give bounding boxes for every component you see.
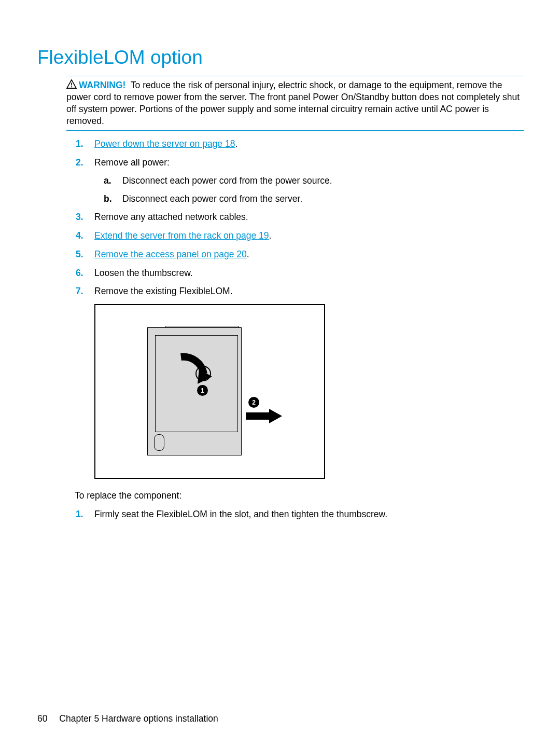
step-2-text: Remove all power:	[94, 157, 170, 168]
figure-card-outer	[147, 327, 242, 455]
figure-screw-circle	[195, 366, 211, 381]
warning-callout: WARNING! To reduce the risk of personal …	[66, 76, 524, 131]
replace-step-1-text: Firmly seat the FlexibleLOM in the slot,…	[94, 509, 387, 519]
substep-2b-text: Disconnect each power cord from the serv…	[122, 194, 302, 204]
step-3-text: Remove any attached network cables.	[94, 212, 248, 222]
warning-label: WARNING!	[79, 80, 125, 90]
step-6: Loosen the thumbscrew.	[66, 267, 524, 279]
step-7-text: Remove the existing FlexibleLOM.	[94, 286, 233, 296]
section-heading: FlexibleLOM option	[37, 47, 524, 68]
figure-thumbscrew	[154, 434, 164, 451]
step-1: Power down the server on page 18.	[66, 138, 524, 150]
figure-slide-arrow-icon	[246, 409, 282, 423]
procedure-steps: Power down the server on page 18. Remove…	[66, 138, 524, 297]
link-extend-server[interactable]: Extend the server from the rack on page …	[94, 230, 269, 241]
step-2: Remove all power: a. Disconnect each pow…	[66, 157, 524, 204]
chapter-title: Chapter 5 Hardware options installation	[59, 713, 218, 724]
substep-marker-a: a.	[104, 175, 111, 187]
step-5-suffix: .	[247, 249, 249, 259]
replace-step-1-marker: 1.	[76, 508, 83, 520]
replace-intro: To replace the component:	[75, 490, 524, 501]
replace-step-1: 1. Firmly seat the FlexibleLOM in the sl…	[66, 508, 524, 520]
step-7: Remove the existing FlexibleLOM.	[66, 285, 524, 297]
svg-marker-4	[269, 409, 282, 423]
step-4: Extend the server from the rack on page …	[66, 230, 524, 242]
substeps-2: a. Disconnect each power cord from the p…	[94, 175, 524, 205]
svg-point-1	[71, 86, 72, 87]
step-6-text: Loosen the thumbscrew.	[94, 268, 193, 278]
link-power-down[interactable]: Power down the server on page 18	[94, 139, 235, 149]
substep-2a-text: Disconnect each power cord from the powe…	[122, 175, 332, 186]
substep-2a: a. Disconnect each power cord from the p…	[94, 175, 524, 187]
figure-callout-2: 2	[248, 397, 259, 408]
substep-marker-b: b.	[104, 193, 112, 205]
warning-triangle-icon	[66, 79, 77, 89]
page-number: 60	[37, 713, 47, 724]
step-5: Remove the access panel on page 20.	[66, 248, 524, 260]
link-remove-access-panel[interactable]: Remove the access panel on page 20	[94, 249, 247, 259]
replace-steps: 1. Firmly seat the FlexibleLOM in the sl…	[66, 508, 524, 520]
page-footer: 60 Chapter 5 Hardware options installati…	[37, 713, 218, 724]
step-4-suffix: .	[269, 230, 272, 241]
step-1-suffix: .	[235, 139, 237, 149]
page-container: FlexibleLOM option WARNING! To reduce th…	[0, 0, 560, 746]
substep-2b: b. Disconnect each power cord from the s…	[94, 193, 524, 205]
step-3: Remove any attached network cables.	[66, 211, 524, 223]
figure-container: 1 2	[94, 304, 524, 479]
svg-rect-3	[246, 412, 269, 420]
warning-text: To reduce the risk of personal injury, e…	[66, 80, 520, 126]
figure-flexiblelom-removal: 1 2	[94, 304, 325, 479]
figure-callout-1: 1	[197, 385, 208, 396]
